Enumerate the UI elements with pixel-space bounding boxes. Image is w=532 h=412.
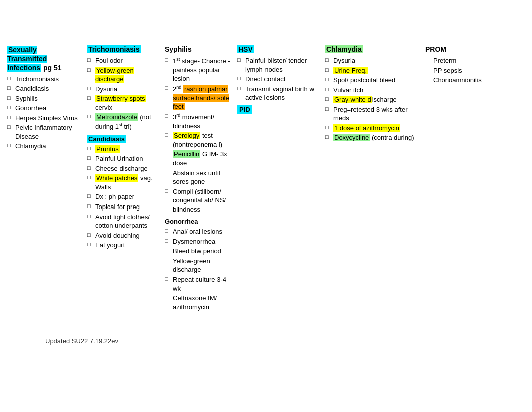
highlight-text: Serology: [173, 132, 200, 139]
list-item: PP sepsis: [425, 66, 501, 75]
list-item: 2nd rash on palmar surface hands/ sole f…: [165, 84, 233, 111]
highlight-text: Strawberry spots: [95, 95, 146, 102]
list-item: Dx : ph paper: [87, 192, 161, 201]
chlamydia-title-text: Chlamydia: [325, 45, 363, 53]
list-item: Transmit vaginal birth w active lesions: [237, 85, 321, 102]
list-item: Abstain sex until sores gone: [165, 169, 233, 186]
list-item: Doxycycline (contra during): [325, 133, 421, 142]
list-item: Yellow-green discharge: [87, 66, 161, 84]
column-sti: SexuallyTransmittedInfections pg 51 Tric…: [5, 45, 85, 152]
footer-text: Updated SU22 7.19.22ev: [45, 337, 118, 345]
gonorrhea-list: Anal/ oral lesions Dysmenorrhea Bleed bt…: [165, 227, 233, 311]
list-item: Pruritus: [87, 145, 161, 154]
list-item: Painful Urination: [87, 154, 161, 163]
highlight-text: Metronidazole: [95, 113, 138, 121]
list-item: Compli (stillborn/ congenital ab/ NS/ bl…: [165, 187, 233, 214]
list-item: Strawberry spots cervix: [87, 94, 161, 112]
list-item: Dysuria: [325, 56, 421, 65]
syph-list: 1st stage- Chancre - painless popular le…: [165, 56, 233, 214]
hsv-list: Painful blister/ tender lymph nodes Dire…: [237, 56, 321, 102]
list-item: Chorioamnionitis: [425, 76, 501, 85]
hsv-title: HSV: [237, 45, 321, 53]
list-item: Syphilis: [7, 94, 83, 103]
list-item: Pelvic Inflammatory Disease: [7, 123, 83, 141]
highlight-text: Pruritus: [95, 145, 120, 153]
highlight-text: Urine Freq.: [333, 67, 368, 74]
sti-list: Trichomoniasis Candidiasis Syphilis Gono…: [7, 75, 83, 151]
column-prom: PROM Preterm PP sepsis Chorioamnionitis: [423, 45, 503, 86]
column-trich: Trichomoniasis Foul odor Yellow-green di…: [85, 45, 163, 251]
hsv-title-text: HSV: [237, 45, 254, 53]
list-item: White patches vag. Walls: [87, 174, 161, 191]
list-item: 1st stage- Chancre - painless popular le…: [165, 56, 233, 83]
prom-list: Preterm PP sepsis Chorioamnionitis: [425, 56, 501, 85]
pid-badge: PID: [237, 105, 252, 114]
list-item: Direct contact: [237, 75, 321, 84]
trich-title: Trichomoniasis: [87, 45, 161, 53]
sti-title: SexuallyTransmittedInfections pg 51: [7, 45, 83, 73]
highlight-text: Doxycycline: [333, 134, 370, 141]
chlamydia-title: Chlamydia: [325, 45, 421, 53]
list-item: Serology test (nontreponema l): [165, 131, 233, 149]
candidiasis-list: Pruritus Painful Urination Cheese discha…: [87, 145, 161, 250]
list-item: Yellow-green discharge: [165, 257, 233, 274]
candidiasis-title: Candidiasis: [87, 135, 161, 143]
highlight-text: 1 dose of azithromycin: [333, 124, 400, 132]
list-item: Vulvar itch: [325, 86, 421, 95]
column-syph: Syphilis 1st stage- Chancre - painless p…: [163, 45, 235, 312]
trich-title-text: Trichomoniasis: [87, 45, 141, 53]
list-item: Dysmenorrhea: [165, 237, 233, 246]
list-item: Avoid tight clothes/ cotton underpants: [87, 213, 161, 230]
list-item: Eat yogurt: [87, 241, 161, 250]
syph-title: Syphilis: [165, 45, 233, 53]
highlight-text: Penicillin: [173, 150, 200, 158]
list-item: Spot/ postcoital bleed: [325, 76, 421, 85]
list-item: Anal/ oral lesions: [165, 227, 233, 236]
list-item: Painful blister/ tender lymph nodes: [237, 56, 321, 74]
column-chlamydia: Chlamydia Dysuria Urine Freq. Spot/ post…: [323, 45, 423, 143]
list-item: Urine Freq.: [325, 66, 421, 75]
list-item: Metronidazole (not during 1st tri): [87, 113, 161, 131]
list-item: Preg=retested 3 wks after meds: [325, 105, 421, 123]
list-item: Topical for preg: [87, 202, 161, 212]
highlight-text: rash on palmar surface hands/ sole feet: [173, 85, 229, 110]
candidiasis-title-text: Candidiasis: [87, 135, 126, 143]
chlamydia-list: Dysuria Urine Freq. Spot/ postcoital ble…: [325, 56, 421, 142]
list-item: Herpes Simplex Virus: [7, 114, 83, 123]
list-item: 3rd movement/ blindness: [165, 112, 233, 130]
list-item: Trichomoniasis: [7, 75, 83, 84]
list-item: Gray-white discharge: [325, 95, 421, 104]
prom-title: PROM: [425, 45, 501, 53]
column-hsv: HSV Painful blister/ tender lymph nodes …: [235, 45, 323, 116]
list-item: Avoid douching: [87, 231, 161, 240]
list-item: Gonorrhea: [7, 104, 83, 113]
list-item: Candidiasis: [7, 84, 83, 93]
list-item: Ceftriaxone IM/ azithromycin: [165, 294, 233, 311]
highlight-text: Yellow-green discharge: [95, 67, 134, 83]
trich-list: Foul odor Yellow-green discharge Dysuria…: [87, 56, 161, 131]
highlight-text: Gray-white d: [333, 96, 372, 103]
list-item: Penicillin G IM- 3x dose: [165, 150, 233, 167]
sti-title-line1: SexuallyTransmittedInfections: [7, 46, 47, 72]
footer: Updated SU22 7.19.22ev: [0, 337, 532, 345]
list-item: Cheese discharge: [87, 164, 161, 173]
list-item: Dysuria: [87, 85, 161, 94]
highlight-text: White patches: [95, 174, 138, 182]
list-item: Bleed btw period: [165, 247, 233, 256]
list-item: Preterm: [425, 56, 501, 65]
list-item: Chlamydia: [7, 142, 83, 151]
list-item: Repeat culture 3-4 wk: [165, 275, 233, 293]
list-item: 1 dose of azithromycin: [325, 124, 421, 133]
gonorrhea-title: Gonorrhea: [165, 218, 233, 225]
list-item: Foul odor: [87, 56, 161, 65]
main-container: SexuallyTransmittedInfections pg 51 Tric…: [0, 0, 532, 322]
